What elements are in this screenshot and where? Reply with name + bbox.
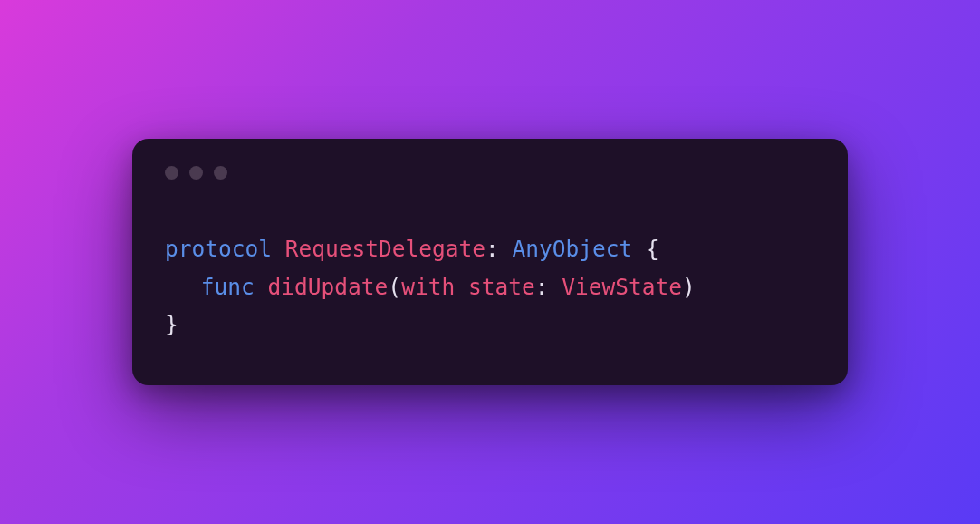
window-dot-minimize-icon (189, 166, 203, 180)
open-paren: ( (388, 274, 401, 300)
param-type: ViewState (562, 274, 682, 300)
window-controls (165, 166, 815, 180)
code-line-1: protocol RequestDelegate: AnyObject { (165, 236, 659, 262)
close-paren: ) (682, 274, 696, 300)
open-brace: { (646, 236, 659, 262)
type-name: RequestDelegate (285, 236, 485, 262)
superclass: AnyObject (513, 236, 633, 262)
close-brace: } (165, 311, 178, 337)
window-dot-zoom-icon (214, 166, 227, 180)
keyword-protocol: protocol (165, 236, 272, 262)
keyword-func: func (201, 274, 255, 300)
code-line-3: } (165, 311, 178, 337)
window-dot-close-icon (165, 166, 178, 180)
code-block: protocol RequestDelegate: AnyObject { fu… (165, 230, 815, 344)
param-internal-label: state (468, 274, 535, 300)
colon: : (485, 236, 499, 262)
code-window: protocol RequestDelegate: AnyObject { fu… (132, 139, 848, 385)
param-external-label: with (401, 274, 455, 300)
code-line-2: func didUpdate(with state: ViewState) (165, 274, 696, 300)
param-colon: : (535, 274, 549, 300)
func-name: didUpdate (268, 274, 389, 300)
